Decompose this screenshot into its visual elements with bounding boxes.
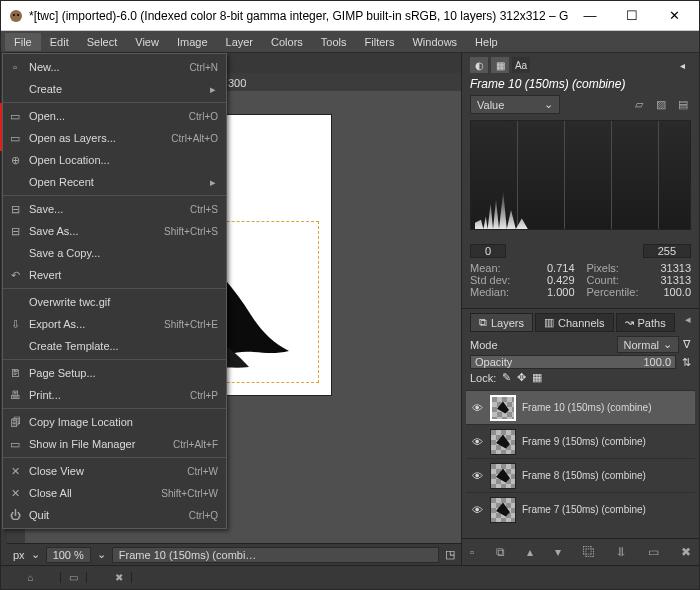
merge-layer-icon[interactable]: ⥥ [616,545,626,559]
layer-thumbnail [490,497,516,523]
duplicate-layer-icon[interactable]: ⿻ [583,545,595,559]
file-menu[interactable]: ▫New...Ctrl+NCreate▸▭Open...Ctrl+O▭Open … [2,53,227,529]
layer-row[interactable]: 👁Frame 9 (150ms) (combine) [466,424,695,458]
undo-history-icon[interactable]: ⌂ [1,572,61,583]
lock-alpha-icon[interactable]: ▦ [532,371,542,384]
tab-paths[interactable]: ↝Paths [616,313,675,332]
layer-row[interactable]: 👁Frame 10 (150ms) (combine) [466,390,695,424]
lock-pixels-icon[interactable]: ✎ [502,371,511,384]
status-unit[interactable]: px [13,549,25,561]
menu-item-close-view[interactable]: ✕Close ViewCtrl+W [3,460,226,482]
tool-icon[interactable]: ▭ [61,572,87,583]
menu-item-copy-image-location[interactable]: 🗐Copy Image Location [3,411,226,433]
menu-item-label: Quit [29,509,189,521]
tab-layers[interactable]: ⧉Layers [470,313,533,332]
opacity-slider[interactable]: Opacity 100.0 [470,355,676,369]
menu-item-save[interactable]: ⊟Save...Ctrl+S [3,198,226,220]
menu-item-open-recent[interactable]: Open Recent▸ [3,171,226,193]
menu-item-shortcut: Shift+Ctrl+E [164,319,218,330]
delete-layer-icon[interactable]: ✖ [681,545,691,559]
histogram-stats: Mean:0.714 Pixels:31313 Std dev:0.429 Co… [470,260,691,304]
status-zoom[interactable]: 100 % [46,547,91,563]
menu-item-icon: ⊟ [7,201,23,217]
dock-tab-icon[interactable]: ▦ [491,57,509,73]
menu-item-icon [7,294,23,310]
menu-item-new[interactable]: ▫New...Ctrl+N [3,56,226,78]
layer-name[interactable]: Frame 10 (150ms) (combine) [522,402,691,413]
menubar[interactable]: FileEditSelectViewImageLayerColorsToolsF… [1,31,699,53]
layer-name[interactable]: Frame 9 (150ms) (combine) [522,436,691,447]
mask-layer-icon[interactable]: ▭ [648,545,659,559]
layer-name[interactable]: Frame 8 (150ms) (combine) [522,470,691,481]
menu-item-page-setup[interactable]: 🖹Page Setup... [3,362,226,384]
menu-item-icon: ▫ [7,59,23,75]
histo-linear-icon[interactable]: ▱ [631,98,647,111]
menu-item-create[interactable]: Create▸ [3,78,226,100]
dock-menu-icon[interactable]: ◂ [685,313,691,332]
menu-layer[interactable]: Layer [217,33,263,51]
menu-select[interactable]: Select [78,33,127,51]
histo-perc-icon[interactable]: ▤ [675,98,691,111]
minimize-button[interactable]: — [569,2,611,30]
layer-group-icon[interactable]: ⧉ [496,545,505,559]
menu-item-label: Export As... [29,318,164,330]
dock-tab-icon[interactable]: Aa [512,57,530,73]
menu-tools[interactable]: Tools [312,33,356,51]
histo-log-icon[interactable]: ▨ [653,98,669,111]
range-min[interactable]: 0 [470,244,506,258]
menu-item-show-in-file-manager[interactable]: ▭Show in File ManagerCtrl+Alt+F [3,433,226,455]
menu-item-open-as-layers[interactable]: ▭Open as Layers...Ctrl+Alt+O [3,127,226,149]
tab-channels[interactable]: ▥Channels [535,313,613,332]
layer-list[interactable]: 👁Frame 10 (150ms) (combine)👁Frame 9 (150… [462,390,699,538]
visibility-icon[interactable]: 👁 [470,436,484,448]
menu-item-shortcut: Ctrl+O [189,111,218,122]
menu-item-icon [7,174,23,190]
menu-item-label: Save a Copy... [29,247,218,259]
range-max[interactable]: 255 [643,244,691,258]
menu-colors[interactable]: Colors [262,33,312,51]
menu-item-quit[interactable]: ⏻QuitCtrl+Q [3,504,226,526]
close-button[interactable]: ✕ [653,2,695,30]
layer-name[interactable]: Frame 7 (150ms) (combine) [522,504,691,515]
layer-row[interactable]: 👁Frame 8 (150ms) (combine) [466,458,695,492]
mode-switch-icon[interactable]: ᐁ [683,338,691,351]
dock-menu-icon[interactable]: ◂ [673,57,691,73]
menu-help[interactable]: Help [466,33,507,51]
nav-icon[interactable]: ◳ [445,548,455,561]
delete-icon[interactable]: ✖ [107,572,132,583]
raise-layer-icon[interactable]: ▴ [527,545,533,559]
menu-item-save-a-copy[interactable]: Save a Copy... [3,242,226,264]
visibility-icon[interactable]: 👁 [470,470,484,482]
menu-view[interactable]: View [126,33,168,51]
menu-item-export-as[interactable]: ⇩Export As...Shift+Ctrl+E [3,313,226,335]
menu-item-revert[interactable]: ↶Revert [3,264,226,286]
layer-row[interactable]: 👁Frame 7 (150ms) (combine) [466,492,695,526]
maximize-button[interactable]: ☐ [611,2,653,30]
menu-item-create-template[interactable]: Create Template... [3,335,226,357]
menu-item-open-location[interactable]: ⊕Open Location... [3,149,226,171]
mode-select[interactable]: Normal⌄ [617,336,679,353]
menu-item-print[interactable]: 🖶Print...Ctrl+P [3,384,226,406]
opacity-stepper[interactable]: ⇅ [682,356,691,369]
menu-windows[interactable]: Windows [403,33,466,51]
menu-image[interactable]: Image [168,33,217,51]
lower-layer-icon[interactable]: ▾ [555,545,561,559]
new-layer-icon[interactable]: ▫ [470,545,474,559]
menu-item-close-all[interactable]: ✕Close AllShift+Ctrl+W [3,482,226,504]
menu-item-label: Copy Image Location [29,416,218,428]
menu-filters[interactable]: Filters [356,33,404,51]
menu-item-open[interactable]: ▭Open...Ctrl+O [3,105,226,127]
histogram-panel: ◐ ▦ Aa ◂ Frame 10 (150ms) (combine) Valu… [462,53,699,308]
menu-item-overwrite-twc-gif[interactable]: Overwrite twc.gif [3,291,226,313]
visibility-icon[interactable]: 👁 [470,504,484,516]
histogram-chart[interactable] [470,120,691,230]
channel-select[interactable]: Value⌄ [470,95,560,114]
lock-position-icon[interactable]: ✥ [517,371,526,384]
visibility-icon[interactable]: 👁 [470,402,484,414]
menu-item-label: Page Setup... [29,367,218,379]
menu-item-shortcut: Ctrl+P [190,390,218,401]
dock-tab-icon[interactable]: ◐ [470,57,488,73]
menu-edit[interactable]: Edit [41,33,78,51]
menu-file[interactable]: File [5,33,41,51]
menu-item-save-as[interactable]: ⊟Save As...Shift+Ctrl+S [3,220,226,242]
